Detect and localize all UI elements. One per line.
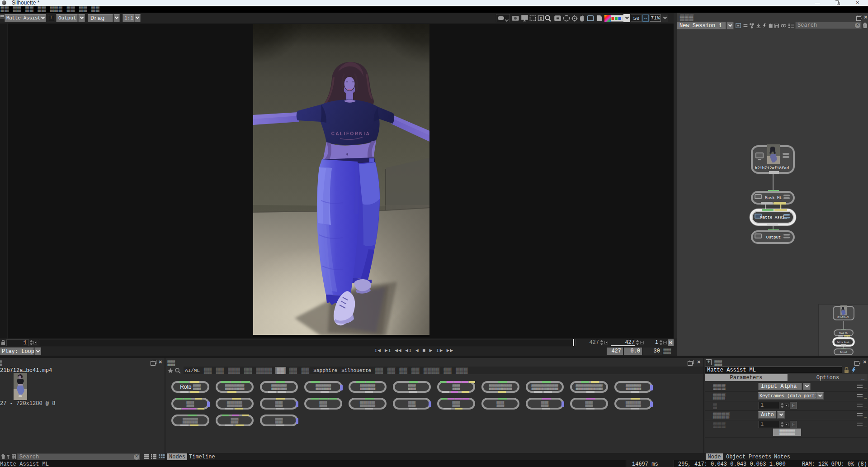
svg-text:Mask ML: Mask ML [765, 196, 782, 200]
svg-text:S: S [540, 17, 542, 21]
svg-text:b21b712af1…: b21b712af1… [837, 316, 850, 319]
svg-text:b21b712af18fad…: b21b712af18fad… [755, 166, 791, 171]
svg-text:Matte Assi…: Matte Assi… [837, 341, 850, 343]
svg-text:Mask ML: Mask ML [840, 332, 848, 334]
svg-text:CALIFORNIA: CALIFORNIA [331, 131, 371, 136]
svg-text:Output: Output [766, 235, 781, 240]
svg-text:Output: Output [840, 351, 848, 353]
svg-text:Matte Assi…: Matte Assi… [760, 215, 787, 220]
